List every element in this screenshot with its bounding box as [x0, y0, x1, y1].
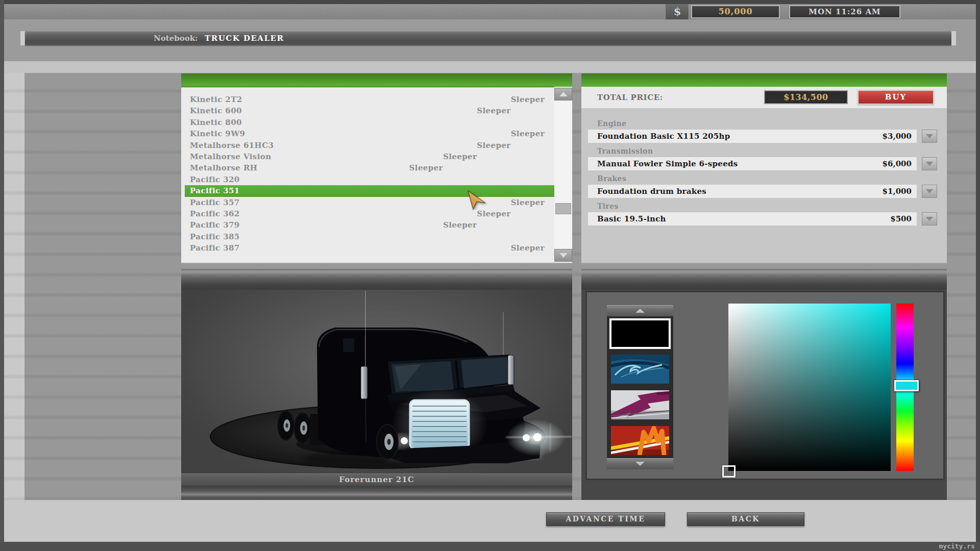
- component-dropdown-button[interactable]: [922, 157, 937, 170]
- paint-scheme-list: [607, 305, 673, 469]
- truck-sleeper-tag: Sleeper: [511, 197, 545, 208]
- truck-name: Kinetic 9W9: [190, 129, 245, 138]
- scheme-scroll-down-button[interactable]: [607, 458, 673, 469]
- truck-list: SleeperKinetic 2T2SleeperKinetic 600Kine…: [185, 94, 554, 254]
- total-price-label: TOTAL PRICE:: [597, 87, 663, 108]
- bottom-frame-strip: [0, 542, 980, 551]
- component-category-label: Tires: [597, 202, 619, 210]
- component-dropdown-button[interactable]: [922, 130, 937, 143]
- dollar-icon: $: [666, 4, 689, 19]
- scrollbar-thumb[interactable]: [555, 203, 571, 214]
- component-name: Basic 19.5-inch: [597, 212, 666, 226]
- truck-list-item[interactable]: SleeperPacific 362: [185, 208, 554, 219]
- purple-bolt-art: [611, 390, 669, 419]
- truck-list-item[interactable]: SleeperKinetic 600: [185, 105, 554, 116]
- truck-list-item[interactable]: Pacific 351: [185, 185, 554, 196]
- scheme-scroll-up-button[interactable]: [607, 305, 673, 316]
- truck-list-header-bar: [181, 73, 572, 87]
- component-selected-option[interactable]: Foundation Basic X115 205hp$3,000: [588, 130, 917, 143]
- component-dropdown-button[interactable]: [922, 212, 937, 226]
- paint-scheme-purple-bolt[interactable]: [611, 390, 669, 419]
- component-price: $1,000: [883, 185, 912, 198]
- component-dropdown-button[interactable]: [922, 185, 937, 198]
- truck-list-item[interactable]: SleeperPacific 387: [185, 242, 554, 254]
- truck-sleeper-tag: Sleeper: [477, 208, 510, 219]
- truck-list-item[interactable]: Kinetic 800: [185, 117, 554, 128]
- paint-scheme-black[interactable]: [609, 318, 671, 349]
- notebook-bar-right-cap: [951, 31, 956, 45]
- truck-sleeper-tag: Sleeper: [443, 151, 477, 162]
- truck-list-item[interactable]: SleeperMetalhorse Vision: [185, 151, 554, 162]
- header-zone: Notebook: TRUCK DEALER: [4, 19, 976, 61]
- component-name: Manual Fowler Simple 6-speeds: [597, 157, 738, 170]
- money-readout: 50,000: [691, 5, 780, 18]
- buy-button[interactable]: BUY: [857, 90, 934, 105]
- chevron-down-icon: [926, 162, 933, 166]
- component-price: $500: [890, 212, 912, 226]
- truck-list-item[interactable]: SleeperPacific 357: [185, 197, 554, 208]
- page-left-edge: [4, 73, 24, 500]
- truck-list-item[interactable]: SleeperMetalhorse 61HC3: [185, 140, 554, 151]
- color-cursor-handle[interactable]: [722, 465, 736, 478]
- truck-name: Pacific 320: [190, 175, 240, 184]
- component-selected-option[interactable]: Manual Fowler Simple 6-speeds$6,000: [588, 157, 917, 170]
- notebook-label: Notebook:: [154, 31, 198, 45]
- time-readout: MON 11:26 AM: [789, 5, 900, 18]
- truck-name: Pacific 385: [190, 232, 240, 241]
- truck-list-item[interactable]: SleeperPacific 379: [185, 219, 554, 231]
- truck-3d-view[interactable]: [181, 290, 572, 473]
- truck-list-item[interactable]: Pacific 320: [185, 174, 554, 185]
- arrow-up-icon: [559, 92, 568, 96]
- preview-bottom-trim: [181, 486, 572, 500]
- truck-list-item[interactable]: SleeperMetalhorse RH: [185, 162, 554, 173]
- scroll-up-button[interactable]: [554, 88, 572, 101]
- component-name: Foundation Basic X115 205hp: [597, 130, 730, 143]
- arrow-down-icon: [559, 253, 568, 258]
- back-button[interactable]: BACK: [687, 512, 804, 526]
- truck-sleeper-tag: Sleeper: [511, 94, 545, 105]
- truck-list-panel: SleeperKinetic 2T2SleeperKinetic 600Kine…: [181, 73, 572, 264]
- component-selected-option[interactable]: Foundation drum brakes$1,000: [588, 185, 917, 198]
- hue-slider-handle[interactable]: [894, 380, 919, 391]
- paint-top-trim: [581, 269, 947, 290]
- truck-name: Metalhorse Vision: [190, 152, 271, 161]
- component-group: EngineFoundation Basic X115 205hp$3,000: [581, 119, 947, 144]
- truck-list-scrollbar[interactable]: [554, 87, 572, 263]
- truck-name: Pacific 362: [190, 209, 240, 218]
- component-category-label: Brakes: [597, 174, 626, 183]
- paint-scheme-red-flame[interactable]: [611, 426, 669, 455]
- truck-name: Kinetic 2T2: [190, 95, 242, 104]
- truck-list-item[interactable]: Pacific 385: [185, 231, 554, 242]
- top-margin-band: [4, 61, 976, 73]
- red-flame-art: [611, 426, 669, 455]
- advance-time-button[interactable]: ADVANCE TIME: [546, 512, 665, 526]
- saturation-value-gradient[interactable]: [728, 304, 891, 471]
- chevron-down-icon: [926, 134, 933, 138]
- truck-sleeper-tag: Sleeper: [477, 105, 510, 116]
- total-price-value: $134,500: [764, 90, 848, 104]
- component-price: $3,000: [883, 130, 912, 143]
- component-selected-option[interactable]: Basic 19.5-inch$500: [588, 212, 917, 226]
- scroll-down-button[interactable]: [554, 249, 572, 262]
- truck-name: Metalhorse 61HC3: [190, 141, 274, 150]
- purchase-panel: TOTAL PRICE: $134,500 BUY EngineFoundati…: [581, 73, 947, 264]
- component-name: Foundation drum brakes: [597, 185, 706, 198]
- arrow-up-icon: [635, 309, 645, 313]
- component-category-label: Transmission: [597, 147, 653, 155]
- purchase-header-bar: [581, 73, 947, 87]
- paint-scheme-blue-swirl[interactable]: [611, 355, 669, 384]
- truck-sleeper-tag: Sleeper: [443, 219, 477, 231]
- truck-name: Kinetic 800: [190, 118, 242, 127]
- truck-name: Pacific 379: [190, 220, 240, 230]
- truck-list-item[interactable]: SleeperKinetic 9W9: [185, 128, 554, 139]
- chevron-down-icon: [926, 217, 933, 221]
- truck-name: Pacific 387: [190, 243, 240, 253]
- truck-name: Pacific 357: [190, 198, 240, 207]
- truck-render: [181, 290, 572, 473]
- truck-name: Pacific 351: [190, 186, 240, 195]
- total-price-row: TOTAL PRICE: $134,500 BUY: [581, 87, 947, 108]
- truck-name: Metalhorse RH: [190, 163, 257, 172]
- component-group: TransmissionManual Fowler Simple 6-speed…: [581, 147, 947, 171]
- truck-list-item[interactable]: SleeperKinetic 2T2: [185, 94, 554, 105]
- component-group: TiresBasic 19.5-inch$500: [581, 202, 947, 227]
